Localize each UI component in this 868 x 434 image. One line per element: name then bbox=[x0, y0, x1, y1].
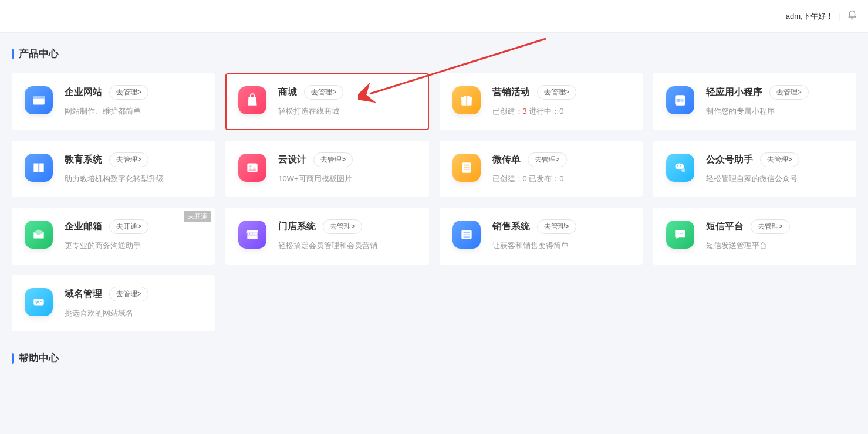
card-head: 商城 去管理> bbox=[278, 85, 416, 100]
title-bar-icon bbox=[12, 49, 14, 59]
product-grid: 企业网站 去管理> 网站制作、维护都简单 商城 去管理> 轻松打造在线商城 bbox=[12, 73, 856, 331]
card-title: 短信平台 bbox=[706, 221, 744, 233]
card-sms-platform[interactable]: 短信平台 去管理> 短信发送管理平台 bbox=[653, 208, 856, 265]
card-flyer[interactable]: 微传单 去管理> 已创建：0 已发布：0 bbox=[440, 141, 643, 198]
manage-button[interactable]: 去管理> bbox=[751, 219, 790, 234]
section-title-text: 产品中心 bbox=[19, 47, 59, 60]
card-body: 门店系统 去管理> 轻松搞定会员管理和会员营销 bbox=[278, 219, 416, 252]
card-body: 短信平台 去管理> 短信发送管理平台 bbox=[706, 219, 843, 252]
manage-button[interactable]: 去管理> bbox=[537, 85, 576, 100]
content-area: 产品中心 企业网站 去管理> 网站制作、维护都简单 商城 bbox=[0, 33, 868, 365]
section-title-products: 产品中心 bbox=[12, 47, 856, 60]
section-title-text: 帮助中心 bbox=[19, 351, 59, 365]
svg-point-18 bbox=[681, 168, 685, 172]
card-domain-mgmt[interactable]: w.= 域名管理 去管理> 挑选喜欢的网站域名 bbox=[12, 275, 215, 332]
manage-button[interactable]: 去管理> bbox=[760, 152, 799, 167]
topbar: adm,下午好！ | bbox=[0, 0, 868, 33]
card-head: 云设计 去管理> bbox=[278, 152, 416, 167]
card-title: 门店系统 bbox=[278, 221, 316, 233]
desc-prefix: 已创建： bbox=[492, 107, 523, 116]
wechat-icon bbox=[666, 154, 694, 182]
card-miniapp[interactable]: 轻应用小程序 去管理> 制作您的专属小程序 bbox=[653, 73, 856, 130]
svg-point-19 bbox=[677, 165, 678, 166]
manage-button[interactable]: 去管理> bbox=[109, 152, 148, 167]
svg-point-13 bbox=[249, 165, 251, 167]
card-wechat-official[interactable]: 公众号助手 去管理> 轻松管理自家的微信公众号 bbox=[653, 141, 856, 198]
gift-icon bbox=[452, 86, 481, 114]
card-head: 域名管理 去管理> bbox=[65, 287, 202, 301]
svg-point-10 bbox=[680, 99, 684, 103]
svg-point-26 bbox=[680, 233, 681, 234]
card-head: 销售系统 去管理> bbox=[492, 219, 630, 234]
card-desc: 更专业的商务沟通助手 bbox=[65, 240, 202, 252]
card-body: 云设计 去管理> 10W+可商用模板图片 bbox=[278, 152, 416, 185]
svg-point-20 bbox=[680, 165, 681, 166]
manage-button[interactable]: 去管理> bbox=[769, 85, 809, 100]
svg-rect-22 bbox=[463, 232, 470, 233]
svg-point-3 bbox=[36, 97, 37, 98]
mail-icon bbox=[25, 221, 53, 249]
card-desc: 轻松管理自家的微信公众号 bbox=[706, 173, 843, 185]
card-desc: 10W+可商用模板图片 bbox=[278, 173, 416, 185]
card-title: 轻应用小程序 bbox=[706, 86, 762, 99]
card-enterprise-mail[interactable]: 未开通 企业邮箱 去开通> 更专业的商务沟通助手 bbox=[12, 208, 215, 265]
card-title: 微传单 bbox=[492, 154, 521, 166]
desc-count: 3 bbox=[523, 107, 527, 116]
svg-point-4 bbox=[38, 97, 39, 98]
list-icon bbox=[452, 221, 481, 249]
open-button[interactable]: 去开通> bbox=[109, 219, 148, 234]
card-body: 企业网站 去管理> 网站制作、维护都简单 bbox=[65, 85, 202, 117]
section-title-help: 帮助中心 bbox=[12, 351, 856, 365]
card-cloud-design[interactable]: 云设计 去管理> 10W+可商用模板图片 bbox=[225, 141, 428, 198]
svg-point-25 bbox=[677, 233, 678, 234]
notification-bell-icon[interactable] bbox=[847, 10, 857, 22]
manage-button[interactable]: 去管理> bbox=[109, 85, 148, 100]
card-sales-system[interactable]: 销售系统 去管理> 让获客和销售变得简单 bbox=[440, 208, 643, 265]
card-title: 云设计 bbox=[278, 154, 306, 166]
image-icon bbox=[238, 154, 266, 182]
greeting-text: adm,下午好！ bbox=[786, 11, 833, 22]
shopping-bag-icon bbox=[238, 86, 266, 114]
window-icon bbox=[25, 86, 53, 114]
card-body: 域名管理 去管理> 挑选喜欢的网站域名 bbox=[65, 287, 202, 319]
manage-button[interactable]: 去管理> bbox=[528, 152, 567, 167]
svg-rect-16 bbox=[464, 167, 469, 168]
card-body: 教育系统 去管理> 助力教培机构数字化转型升级 bbox=[65, 152, 202, 185]
card-desc: 助力教培机构数字化转型升级 bbox=[65, 173, 202, 185]
manage-button[interactable]: 去管理> bbox=[323, 219, 362, 234]
svg-rect-17 bbox=[464, 169, 469, 170]
separator: | bbox=[839, 12, 841, 21]
svg-rect-15 bbox=[464, 164, 469, 165]
svg-text:w.=: w.= bbox=[35, 300, 43, 305]
card-head: 微传单 去管理> bbox=[492, 152, 630, 167]
card-title: 销售系统 bbox=[492, 221, 530, 233]
card-marketing[interactable]: 营销活动 去管理> 已创建：3 进行中：0 bbox=[440, 73, 643, 130]
card-desc: 让获客和销售变得简单 bbox=[492, 240, 630, 252]
card-title: 营销活动 bbox=[492, 86, 530, 99]
card-desc: 短信发送管理平台 bbox=[706, 240, 843, 252]
card-body: 微传单 去管理> 已创建：0 已发布：0 bbox=[492, 152, 630, 185]
svg-rect-24 bbox=[463, 236, 470, 238]
card-enterprise-website[interactable]: 企业网站 去管理> 网站制作、维护都简单 bbox=[12, 73, 215, 130]
manage-button[interactable]: 去管理> bbox=[109, 287, 148, 301]
card-body: 营销活动 去管理> 已创建：3 进行中：0 bbox=[492, 85, 630, 117]
card-title: 企业邮箱 bbox=[65, 221, 102, 233]
card-head: 公众号助手 去管理> bbox=[706, 152, 843, 167]
card-mall[interactable]: 商城 去管理> 轻松打造在线商城 bbox=[225, 73, 428, 130]
card-body: 轻应用小程序 去管理> 制作您的专属小程序 bbox=[706, 85, 843, 117]
manage-button[interactable]: 去管理> bbox=[313, 152, 353, 167]
svg-rect-11 bbox=[38, 163, 39, 172]
card-desc: 挑选喜欢的网站域名 bbox=[65, 307, 202, 319]
svg-rect-7 bbox=[465, 97, 467, 106]
card-body: 商城 去管理> 轻松打造在线商城 bbox=[278, 85, 416, 117]
card-desc: 已创建：3 进行中：0 bbox=[492, 106, 630, 117]
manage-button[interactable]: 去管理> bbox=[304, 85, 343, 100]
card-head: 门店系统 去管理> bbox=[278, 219, 416, 234]
svg-point-9 bbox=[676, 99, 680, 103]
domain-icon: w.= bbox=[25, 288, 53, 316]
card-education[interactable]: 教育系统 去管理> 助力教培机构数字化转型升级 bbox=[12, 141, 215, 198]
card-store-system[interactable]: 门店系统 去管理> 轻松搞定会员管理和会员营销 bbox=[225, 208, 428, 265]
card-desc: 网站制作、维护都简单 bbox=[65, 106, 202, 117]
svg-point-27 bbox=[681, 233, 683, 234]
manage-button[interactable]: 去管理> bbox=[537, 219, 576, 234]
